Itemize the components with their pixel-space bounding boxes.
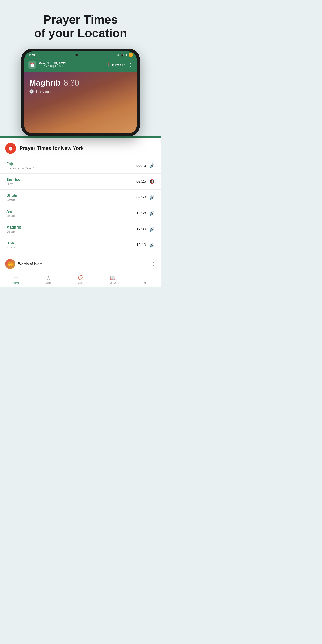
asr-info: Asr Default bbox=[6, 209, 15, 217]
woi-left: 🤲 Words of Islam bbox=[5, 259, 42, 269]
maghrib-time: 17:30 bbox=[136, 227, 146, 231]
dhuhr-right: 09:58 🔊 bbox=[136, 195, 155, 200]
date-info: Mon, Jun 19, 2023 1 Dhu'l-Hijjah 1444 bbox=[38, 62, 66, 68]
bottom-section: ⏰ Prayer Times for New York Fajr 10 mins… bbox=[0, 138, 161, 287]
prayer-row-isha[interactable]: Isha Azan 3 19:10 🔊 bbox=[0, 237, 161, 253]
maghrib-sub: Default bbox=[6, 230, 21, 233]
all-icon: ··· bbox=[143, 275, 147, 281]
fajr-sub: 10 mins before, Azan 1 bbox=[6, 166, 34, 170]
maghrib-sound-icon[interactable]: 🔊 bbox=[149, 227, 155, 232]
prayer-times-header: ⏰ Prayer Times for New York bbox=[0, 138, 161, 158]
prayer-time: 8:30 bbox=[64, 78, 79, 88]
home-icon: ☰ bbox=[14, 275, 18, 281]
dhuhr-sound-icon[interactable]: 🔊 bbox=[149, 195, 155, 200]
header-left: 📅 Mon, Jun 19, 2023 1 Dhu'l-Hijjah 1444 bbox=[28, 61, 66, 69]
pt-title: Prayer Times for New York bbox=[20, 145, 84, 151]
nav-quran[interactable]: 📖 Quran bbox=[96, 275, 129, 284]
status-time: 11:05 bbox=[28, 53, 36, 57]
fajr-right: 00:45 🔊 bbox=[136, 163, 155, 168]
maghrib-right: 17:30 🔊 bbox=[136, 227, 155, 232]
fajr-info: Fajr 10 mins before, Azan 1 bbox=[6, 162, 34, 170]
wifi-icon: ▲ bbox=[125, 54, 128, 56]
sunrise-sound-icon[interactable]: 🔇 bbox=[149, 179, 155, 184]
dhikr-icon: 📿 bbox=[78, 275, 84, 281]
battery-icon: 7 bbox=[129, 53, 132, 56]
nav-home[interactable]: ☰ Home bbox=[0, 275, 32, 284]
phone-frame: 11:05 ✳ 📳 ▲ 7 📅 Mon, Jun 19, 2023 bbox=[21, 48, 140, 136]
header-right: 📍 New York ⋮ bbox=[106, 62, 132, 67]
prayer-row-maghrib[interactable]: Maghrib Default 17:30 🔊 bbox=[0, 222, 161, 237]
dhuhr-name: Dhuhr bbox=[6, 194, 18, 198]
asr-name: Asr bbox=[6, 209, 15, 214]
camera-cutout bbox=[76, 54, 78, 56]
qibla-icon: ◎ bbox=[46, 275, 50, 281]
city-name: New York bbox=[112, 63, 126, 66]
sunrise-time: 02:25 bbox=[136, 179, 146, 184]
green-divider-bar bbox=[0, 136, 161, 138]
bottom-nav: ☰ Home ◎ Qibla 📿 Dhikr 📖 Quran ··· All bbox=[0, 273, 161, 287]
phone-mockup: 11:05 ✳ 📳 ▲ 7 📅 Mon, Jun 19, 2023 bbox=[8, 48, 152, 136]
nav-home-label: Home bbox=[13, 282, 19, 284]
prayer-name: Maghrib bbox=[29, 78, 60, 88]
woi-avatar: 🤲 bbox=[5, 259, 15, 269]
phone-screen: 11:05 ✳ 📳 ▲ 7 📅 Mon, Jun 19, 2023 bbox=[24, 52, 137, 134]
asr-sub: Default bbox=[6, 214, 15, 217]
quran-icon: 📖 bbox=[110, 275, 116, 281]
nav-all-label: All bbox=[144, 282, 146, 284]
nav-dhikr-label: Dhikr bbox=[78, 282, 83, 284]
woi-more-icon[interactable]: ⋮ bbox=[151, 262, 156, 266]
dhuhr-info: Dhuhr Default bbox=[6, 194, 18, 202]
prayer-countdown: 🕐 1 hr 6 min bbox=[29, 89, 132, 94]
nav-qibla-label: Qibla bbox=[46, 282, 51, 284]
dhuhr-sub: Default bbox=[6, 198, 18, 202]
location-icon: 📍 bbox=[106, 63, 110, 67]
app-header: 📅 Mon, Jun 19, 2023 1 Dhu'l-Hijjah 1444 … bbox=[24, 58, 137, 72]
date-sub: 1 Dhu'l-Hijjah 1444 bbox=[38, 65, 66, 68]
pt-icon-circle: ⏰ bbox=[5, 143, 16, 154]
isha-sound-icon[interactable]: 🔊 bbox=[149, 242, 155, 248]
prayer-name-time: Maghrib 8:30 bbox=[29, 78, 132, 88]
status-icons: ✳ 📳 ▲ 7 bbox=[117, 53, 132, 56]
woi-title: Words of Islam bbox=[18, 262, 42, 266]
hero-section: Prayer Times of your Location 11:05 ✳ 📳 … bbox=[0, 0, 161, 136]
nav-all[interactable]: ··· All bbox=[129, 275, 161, 284]
prayer-hero: Maghrib 8:30 🕐 1 hr 6 min ⏰ PrayerTimes bbox=[24, 72, 137, 134]
sunrise-sub: Silent bbox=[6, 182, 20, 186]
prayer-content: Maghrib 8:30 🕐 1 hr 6 min bbox=[24, 72, 137, 98]
prayer-row-sunrise[interactable]: Sunrise Silent 02:25 🔇 bbox=[0, 174, 161, 190]
fajr-sound-icon[interactable]: 🔊 bbox=[149, 163, 155, 168]
sunrise-right: 02:25 🔇 bbox=[136, 179, 155, 184]
dhuhr-time: 09:58 bbox=[136, 195, 146, 200]
asr-right: 13:58 🔊 bbox=[136, 211, 155, 216]
countdown-text: 1 hr 6 min bbox=[36, 90, 51, 94]
sunrise-info: Sunrise Silent bbox=[6, 178, 20, 186]
nav-qibla[interactable]: ◎ Qibla bbox=[32, 275, 64, 284]
date-main: Mon, Jun 19, 2023 bbox=[38, 62, 66, 65]
calendar-icon: 📅 bbox=[28, 61, 36, 69]
isha-sub: Azan 3 bbox=[6, 246, 15, 249]
bluetooth-icon: ✳ bbox=[117, 54, 119, 56]
words-of-islam-card[interactable]: 🤲 Words of Islam ⋮ bbox=[0, 255, 161, 273]
prayer-row-dhuhr[interactable]: Dhuhr Default 09:58 🔊 bbox=[0, 190, 161, 206]
nav-dhikr[interactable]: 📿 Dhikr bbox=[64, 275, 96, 284]
isha-name: Isha bbox=[6, 241, 15, 246]
sunrise-name: Sunrise bbox=[6, 178, 20, 182]
maghrib-name: Maghrib bbox=[6, 225, 21, 230]
isha-info: Isha Azan 3 bbox=[6, 241, 15, 249]
clock-icon: 🕐 bbox=[29, 89, 34, 94]
isha-right: 19:10 🔊 bbox=[136, 242, 155, 248]
prayer-list: Fajr 10 mins before, Azan 1 00:45 🔊 Sunr… bbox=[0, 158, 161, 253]
prayer-row-fajr[interactable]: Fajr 10 mins before, Azan 1 00:45 🔊 bbox=[0, 158, 161, 174]
fajr-time: 00:45 bbox=[136, 163, 146, 168]
asr-time: 13:58 bbox=[136, 211, 146, 216]
more-menu-icon[interactable]: ⋮ bbox=[128, 62, 132, 67]
nav-quran-label: Quran bbox=[110, 282, 116, 284]
hero-title: Prayer Times of your Location bbox=[8, 13, 152, 40]
status-bar: 11:05 ✳ 📳 ▲ 7 bbox=[24, 52, 137, 58]
maghrib-info: Maghrib Default bbox=[6, 225, 21, 233]
prayer-row-asr[interactable]: Asr Default 13:58 🔊 bbox=[0, 206, 161, 222]
vibrate-icon: 📳 bbox=[120, 54, 124, 56]
isha-time: 19:10 bbox=[136, 243, 146, 247]
fajr-name: Fajr bbox=[6, 162, 34, 166]
asr-sound-icon[interactable]: 🔊 bbox=[149, 211, 155, 216]
